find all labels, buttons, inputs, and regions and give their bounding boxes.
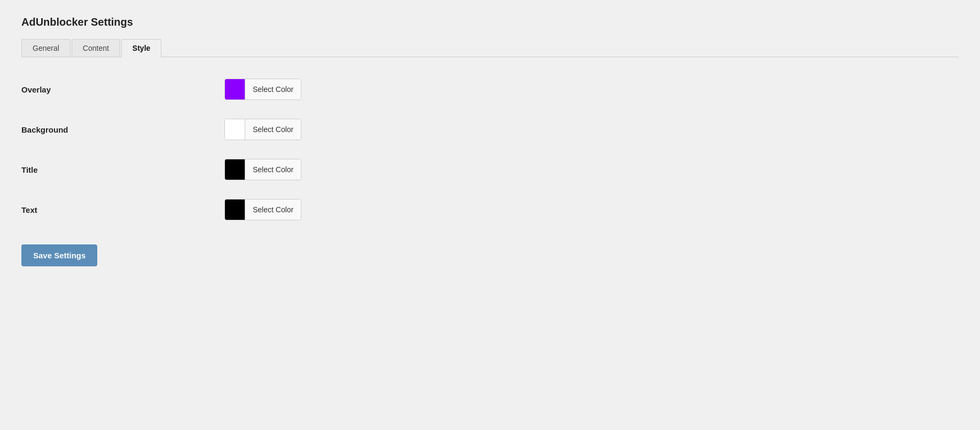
page-title: AdUnblocker Settings xyxy=(21,16,959,28)
tab-general[interactable]: General xyxy=(21,39,71,57)
tab-bar: General Content Style xyxy=(21,39,959,57)
style-settings: OverlaySelect ColorBackgroundSelect Colo… xyxy=(21,73,959,272)
color-picker-overlay[interactable]: Select Color xyxy=(224,79,301,100)
setting-row-title: TitleSelect Color xyxy=(21,159,959,180)
setting-row-text: TextSelect Color xyxy=(21,199,959,220)
label-overlay: Overlay xyxy=(21,85,224,94)
color-swatch-text xyxy=(225,199,245,220)
tab-content[interactable]: Content xyxy=(72,39,120,57)
setting-row-background: BackgroundSelect Color xyxy=(21,119,959,140)
color-picker-background[interactable]: Select Color xyxy=(224,119,301,140)
tab-style[interactable]: Style xyxy=(121,39,161,57)
label-background: Background xyxy=(21,125,224,134)
label-text: Text xyxy=(21,205,224,214)
save-settings-button[interactable]: Save Settings xyxy=(21,244,97,266)
select-color-label-overlay: Select Color xyxy=(245,79,301,99)
color-swatch-overlay xyxy=(225,79,245,99)
select-color-label-background: Select Color xyxy=(245,119,301,140)
select-color-label-text: Select Color xyxy=(245,199,301,220)
color-picker-text[interactable]: Select Color xyxy=(224,199,301,220)
setting-row-overlay: OverlaySelect Color xyxy=(21,79,959,100)
select-color-label-title: Select Color xyxy=(245,159,301,180)
color-swatch-background xyxy=(225,119,245,140)
color-swatch-title xyxy=(225,159,245,180)
color-picker-title[interactable]: Select Color xyxy=(224,159,301,180)
label-title: Title xyxy=(21,165,224,174)
